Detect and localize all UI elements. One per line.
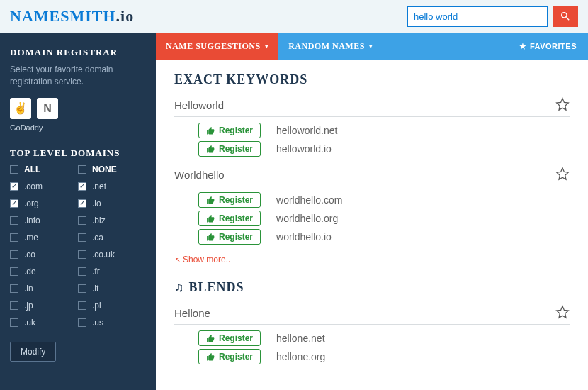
tld-option[interactable]: .me: [10, 233, 78, 243]
register-button[interactable]: Register: [198, 141, 261, 157]
content: NAME SUGGESTIONS▾ RANDOM NAMES▾ ★FAVORIT…: [156, 33, 588, 390]
checkbox-icon: [10, 182, 18, 191]
checkbox-icon: [78, 199, 86, 208]
tld-option[interactable]: .biz: [78, 216, 146, 225]
domain-name: helloworld.io: [276, 143, 332, 155]
tld-option[interactable]: .uk: [10, 318, 78, 328]
music-icon: ♫: [174, 280, 185, 294]
tld-option[interactable]: .com: [10, 182, 78, 191]
logo[interactable]: NAMESMITH.io: [10, 7, 134, 26]
registrar-other[interactable]: N: [37, 98, 58, 119]
domain-row: Registerworldhello.io: [198, 229, 570, 245]
checkbox-icon: [78, 216, 86, 225]
tld-option[interactable]: .org: [10, 199, 78, 208]
checkbox-icon: [10, 318, 18, 327]
domain-row: Registerhellone.org: [198, 349, 570, 364]
tld-option[interactable]: .net: [78, 182, 146, 191]
tld-option[interactable]: .fr: [78, 267, 146, 277]
checkbox-icon: [10, 284, 18, 293]
tld-option[interactable]: .jp: [10, 301, 78, 311]
tld-option[interactable]: .info: [10, 216, 78, 225]
favorites-link[interactable]: ★FAVORITES: [508, 33, 588, 60]
domain-name: hellone.org: [276, 351, 325, 362]
caret-down-icon: ▾: [265, 43, 269, 50]
search-input[interactable]: [407, 6, 548, 27]
suggested-name: Hellone: [174, 307, 210, 319]
domain-row: Registerworldhello.org: [198, 211, 570, 226]
checkbox-icon: [10, 250, 18, 259]
results: EXACT KEYWORDSHelloworldRegisterhellowor…: [156, 60, 588, 387]
tld-option[interactable]: .it: [78, 284, 146, 294]
favorite-star[interactable]: [555, 305, 570, 321]
checkbox-icon: [78, 301, 86, 310]
checkbox-icon: [78, 267, 86, 276]
search-icon: [560, 11, 571, 22]
domain-name: helloworld.net: [276, 125, 337, 136]
domain-name: worldhello.org: [276, 213, 338, 224]
domain-name: worldhello.com: [276, 194, 342, 206]
register-button[interactable]: Register: [198, 123, 261, 138]
tld-option[interactable]: .io: [78, 199, 146, 208]
checkbox-icon: [10, 233, 18, 242]
checkbox-icon: [78, 284, 86, 293]
tab-name-suggestions[interactable]: NAME SUGGESTIONS▾: [156, 33, 278, 60]
domain-row: Registerhelloworld.io: [198, 141, 570, 157]
section-title: EXACT KEYWORDS: [174, 72, 570, 87]
search-button[interactable]: [553, 6, 578, 27]
tld-option[interactable]: .ca: [78, 233, 146, 243]
checkbox-icon: [78, 233, 86, 242]
sidebar: DOMAIN REGISTRAR Select your favorite do…: [0, 33, 156, 390]
domain-row: Registerhellone.net: [198, 330, 570, 346]
checkbox-icon: [78, 250, 86, 259]
show-more-link[interactable]: Show more..: [174, 255, 570, 264]
tld-none[interactable]: NONE: [78, 165, 146, 174]
checkbox-icon: [10, 267, 18, 276]
tld-option[interactable]: .de: [10, 267, 78, 277]
tld-option[interactable]: .pl: [78, 301, 146, 311]
domain-name: worldhello.io: [276, 231, 332, 243]
favorite-star[interactable]: [555, 97, 570, 113]
name-header: Helloworld: [174, 97, 570, 117]
register-button[interactable]: Register: [198, 330, 261, 346]
caret-down-icon: ▾: [369, 43, 373, 50]
suggested-name: Worldhello: [174, 169, 225, 181]
star-icon: ★: [519, 42, 527, 51]
search-form: [407, 6, 578, 27]
modify-button[interactable]: Modify: [10, 342, 56, 362]
register-button[interactable]: Register: [198, 211, 261, 226]
domain-row: Registerworldhello.com: [198, 192, 570, 208]
suggested-name: Helloworld: [174, 99, 224, 111]
domain-name: hellone.net: [276, 333, 325, 344]
header: NAMESMITH.io: [0, 0, 588, 33]
tld-all[interactable]: ALL: [10, 165, 78, 174]
tld-option[interactable]: .co: [10, 250, 78, 260]
register-button[interactable]: Register: [198, 349, 261, 364]
name-header: Hellone: [174, 305, 570, 325]
tld-option[interactable]: .in: [10, 284, 78, 294]
checkbox-icon: [78, 318, 86, 327]
tld-option[interactable]: .us: [78, 318, 146, 328]
domain-row: Registerhelloworld.net: [198, 123, 570, 138]
checkbox-icon: [10, 301, 18, 310]
checkbox-icon: [10, 216, 18, 225]
registrar-description: Select your favorite domain registration…: [10, 64, 146, 88]
registrar-heading: DOMAIN REGISTRAR: [10, 47, 146, 58]
section-title: ♫BLENDS: [174, 280, 570, 295]
register-button[interactable]: Register: [198, 192, 261, 208]
registrar-godaddy[interactable]: ✌: [10, 98, 31, 119]
register-button[interactable]: Register: [198, 229, 261, 245]
registrar-selected-label: GoDaddy: [10, 123, 146, 132]
checkbox-icon: [10, 199, 18, 208]
favorite-star[interactable]: [555, 167, 570, 183]
tld-option[interactable]: .co.uk: [78, 250, 146, 260]
checkbox-icon: [78, 182, 86, 191]
tab-random-names[interactable]: RANDOM NAMES▾: [278, 33, 383, 60]
tabs: NAME SUGGESTIONS▾ RANDOM NAMES▾ ★FAVORIT…: [156, 33, 588, 60]
name-header: Worldhello: [174, 167, 570, 186]
tld-heading: TOP LEVEL DOMAINS: [10, 147, 146, 159]
